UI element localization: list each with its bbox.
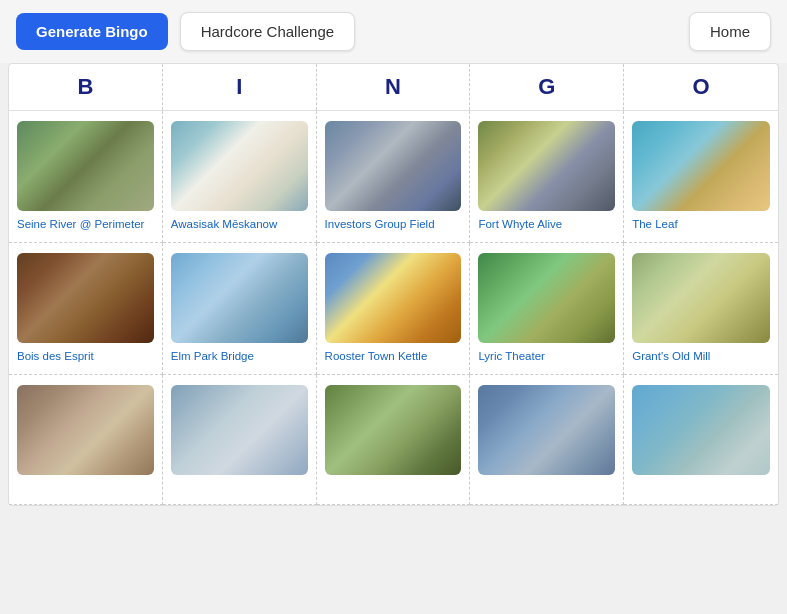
bingo-cell-r2-c4[interactable] <box>624 375 778 505</box>
cell-image-r2-c2 <box>325 385 462 475</box>
bingo-letter-o: O <box>624 64 778 110</box>
bingo-header-row: B I N G O <box>9 64 778 111</box>
bingo-cell-r2-c2[interactable] <box>317 375 471 505</box>
bingo-letter-i: I <box>163 64 317 110</box>
bingo-cell-r0-c3[interactable]: Fort Whyte Alive <box>470 111 624 243</box>
cell-image-r1-c3 <box>478 253 615 343</box>
bingo-cell-r2-c3[interactable] <box>470 375 624 505</box>
bingo-cell-r1-c1[interactable]: Elm Park Bridge <box>163 243 317 375</box>
bingo-cell-r1-c0[interactable]: Bois des Esprit <box>9 243 163 375</box>
bingo-letter-b: B <box>9 64 163 110</box>
cell-image-r2-c1 <box>171 385 308 475</box>
cell-image-r1-c2 <box>325 253 462 343</box>
cell-image-r0-c0 <box>17 121 154 211</box>
bingo-cell-r2-c0[interactable] <box>9 375 163 505</box>
cell-label-r0-c4: The Leaf <box>632 217 677 232</box>
cell-image-r0-c1 <box>171 121 308 211</box>
bingo-cell-r0-c1[interactable]: Awasisak Mēskanow <box>163 111 317 243</box>
bingo-cell-r0-c2[interactable]: Investors Group Field <box>317 111 471 243</box>
cell-label-r1-c1: Elm Park Bridge <box>171 349 254 364</box>
cell-label-r0-c0: Seine River @ Perimeter <box>17 217 144 232</box>
bingo-letter-g: G <box>470 64 624 110</box>
cell-label-r0-c1: Awasisak Mēskanow <box>171 217 278 232</box>
generate-bingo-button[interactable]: Generate Bingo <box>16 13 168 50</box>
home-button[interactable]: Home <box>689 12 771 51</box>
cell-label-r1-c0: Bois des Esprit <box>17 349 94 364</box>
bingo-letter-n: N <box>317 64 471 110</box>
bingo-cell-r0-c4[interactable]: The Leaf <box>624 111 778 243</box>
cell-image-r2-c3 <box>478 385 615 475</box>
bingo-cell-r0-c0[interactable]: Seine River @ Perimeter <box>9 111 163 243</box>
bingo-container: B I N G O Seine River @ PerimeterAwasisa… <box>8 63 779 506</box>
hardcore-challenge-button[interactable]: Hardcore Challenge <box>180 12 355 51</box>
header: Generate Bingo Hardcore Challenge Home <box>0 0 787 63</box>
cell-image-r0-c4 <box>632 121 770 211</box>
bingo-grid: Seine River @ PerimeterAwasisak Mēskanow… <box>9 111 778 505</box>
cell-image-r2-c0 <box>17 385 154 475</box>
cell-image-r0-c2 <box>325 121 462 211</box>
cell-label-r1-c4: Grant's Old Mill <box>632 349 710 364</box>
cell-image-r0-c3 <box>478 121 615 211</box>
cell-image-r1-c4 <box>632 253 770 343</box>
cell-label-r1-c2: Rooster Town Kettle <box>325 349 428 364</box>
bingo-cell-r1-c4[interactable]: Grant's Old Mill <box>624 243 778 375</box>
cell-label-r1-c3: Lyric Theater <box>478 349 544 364</box>
cell-image-r1-c0 <box>17 253 154 343</box>
bingo-cell-r1-c3[interactable]: Lyric Theater <box>470 243 624 375</box>
cell-image-r2-c4 <box>632 385 770 475</box>
cell-label-r0-c3: Fort Whyte Alive <box>478 217 562 232</box>
bingo-cell-r1-c2[interactable]: Rooster Town Kettle <box>317 243 471 375</box>
cell-label-r0-c2: Investors Group Field <box>325 217 435 232</box>
bingo-cell-r2-c1[interactable] <box>163 375 317 505</box>
cell-image-r1-c1 <box>171 253 308 343</box>
